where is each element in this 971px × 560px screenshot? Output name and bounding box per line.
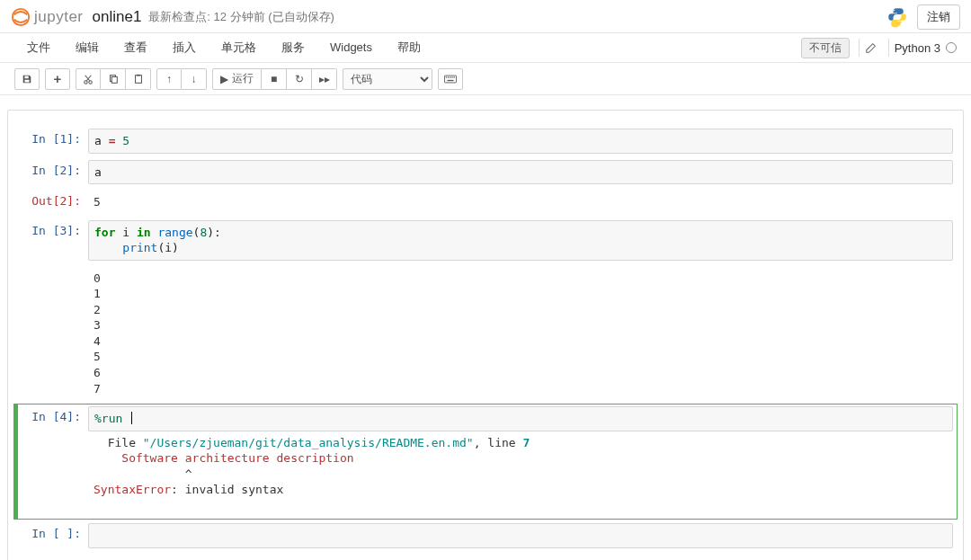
code-cell[interactable]: In [4]:%run File "/Users/zjueman/git/dat… [13,404,958,520]
code-cell[interactable]: In [ ]: [13,520,958,551]
save-icon [22,74,32,84]
error-output: File "/Users/zjueman/git/data_analysis/R… [88,431,953,518]
move-down-button[interactable]: ↓ [182,68,207,90]
code-input[interactable]: %run [88,406,953,431]
arrow-up-icon: ↑ [166,73,172,85]
output-prompt: Out[2]: [18,191,88,214]
empty-prompt [18,267,88,400]
header-bar: jupyter online1 最新检查点: 12 分钟前 (已自动保存) 注销 [0,0,971,32]
play-icon: ▶ [220,73,228,85]
insert-cell-button[interactable]: + [45,68,70,90]
input-prompt: In [ ]: [18,523,88,548]
save-button[interactable] [14,68,40,90]
svg-rect-9 [444,76,456,83]
notebook-container: In [1]:a = 5In [2]:aOut[2]:5In [3]:for i… [7,110,964,560]
input-prompt: In [3]: [18,220,88,261]
input-prompt: In [2]: [18,160,88,185]
menu-item[interactable]: Widgets [317,32,385,63]
kernel-name[interactable]: Python 3 [895,41,940,55]
code-input[interactable]: a [88,160,953,185]
output-text: 5 [88,191,953,214]
stop-icon: ■ [271,73,277,85]
fast-forward-icon: ▸▸ [319,73,330,85]
output-text: 0 1 2 3 4 5 6 7 [88,267,953,400]
move-up-button[interactable]: ↑ [156,68,182,90]
divider [859,39,860,57]
copy-icon [108,74,119,84]
command-palette-button[interactable] [438,68,463,90]
restart-icon: ↻ [295,73,304,85]
code-cell[interactable]: In [3]:for i in range(8): print(i) [13,218,958,263]
code-input[interactable] [88,523,953,548]
paste-icon [133,74,144,84]
checkpoint-status: 最新检查点: 12 分钟前 (已自动保存) [148,9,334,25]
svg-rect-12 [450,76,450,77]
jupyter-logo-text: jupyter [34,8,84,26]
menubar: 文件编辑查看插入单元格服务Widgets帮助 不可信 Python 3 [0,32,971,63]
keyboard-icon [444,75,457,84]
svg-point-1 [894,10,895,12]
kernel-idle-icon [946,42,957,53]
output-row: Out[2]:5 [13,188,958,217]
celltype-select[interactable]: 代码 [343,68,432,90]
menu-item[interactable]: 查看 [111,32,160,63]
input-prompt: In [1]: [18,129,88,154]
scissors-icon [83,74,94,84]
pencil-icon[interactable] [865,41,877,54]
code-input[interactable]: a = 5 [88,129,953,154]
svg-rect-14 [454,76,455,77]
svg-rect-6 [111,76,117,83]
svg-rect-7 [135,75,141,83]
menu-item[interactable]: 编辑 [63,32,111,63]
toolbar: + ↑ ↓ ▶运行 ■ ↻ ▸▸ 代码 [0,63,971,95]
output-row: 0 1 2 3 4 5 6 7 [13,264,958,403]
restart-run-button[interactable]: ▸▸ [312,68,337,90]
run-label: 运行 [232,71,254,86]
arrow-down-icon: ↓ [192,73,197,85]
code-cell[interactable]: In [2]:a [13,157,958,188]
svg-rect-13 [451,76,452,77]
paste-button[interactable] [126,68,151,90]
svg-rect-10 [446,76,447,77]
code-cell[interactable]: In [1]:a = 5 [13,126,958,156]
svg-point-2 [900,23,902,25]
plus-icon: + [54,71,62,86]
trust-button[interactable]: 不可信 [801,38,850,58]
menu-item[interactable]: 帮助 [385,32,433,63]
notebook-name[interactable]: online1 [93,8,142,26]
logout-button[interactable]: 注销 [917,4,960,30]
restart-button[interactable]: ↻ [287,68,312,90]
run-button[interactable]: ▶运行 [212,68,262,90]
copy-button[interactable] [101,68,126,90]
jupyter-icon [11,7,31,27]
svg-point-4 [89,80,92,83]
jupyter-logo[interactable]: jupyter [11,7,84,27]
menu-item[interactable]: 文件 [14,32,63,63]
input-prompt: In [4]: [18,406,88,517]
interrupt-button[interactable]: ■ [262,68,287,90]
svg-point-3 [85,80,87,83]
menu-item[interactable]: 单元格 [209,32,269,63]
divider [888,39,889,57]
cut-button[interactable] [76,68,101,90]
svg-rect-15 [448,79,454,80]
menu-item[interactable]: 插入 [160,32,209,63]
menu-item[interactable]: 服务 [269,32,317,63]
svg-rect-8 [137,74,139,76]
python-icon [886,6,908,28]
svg-rect-11 [448,76,449,77]
code-input[interactable]: for i in range(8): print(i) [88,220,953,261]
